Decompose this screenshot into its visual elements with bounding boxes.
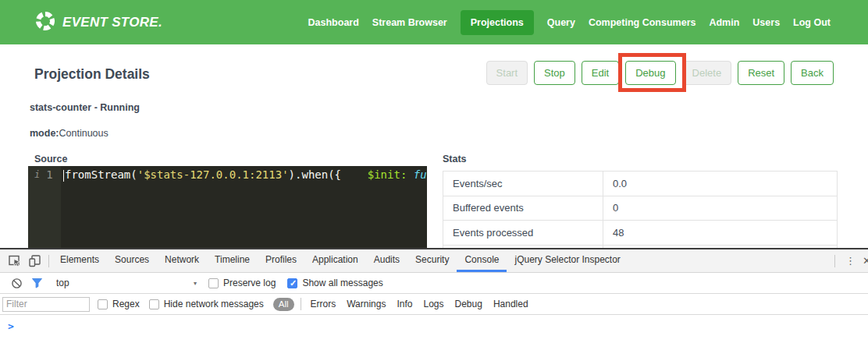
projection-actions: Start Stop Edit Debug Delete Reset Back xyxy=(486,61,834,85)
preserve-log-label[interactable]: Preserve log xyxy=(223,278,276,288)
regex-checkbox[interactable] xyxy=(98,299,108,309)
chevron-down-icon: ▾ xyxy=(194,280,197,287)
execution-context-selector[interactable]: top ▾ xyxy=(56,278,197,288)
show-all-messages-control: Show all messages xyxy=(287,278,382,288)
regex-label[interactable]: Regex xyxy=(112,299,140,309)
eventstore-logo-icon xyxy=(34,10,56,35)
devtools-tabbar: Elements Sources Network Timeline Profil… xyxy=(0,249,868,273)
page-title: Projection Details xyxy=(34,66,150,83)
tab-timeline[interactable]: Timeline xyxy=(207,249,258,272)
hide-network-control: Hide network messages xyxy=(149,299,264,309)
code-init-handler: $init: xyxy=(368,168,407,181)
stat-name: Events/sec xyxy=(443,172,603,196)
nav-item-users[interactable]: Users xyxy=(752,17,780,28)
nav-item-query[interactable]: Query xyxy=(547,17,575,28)
table-row: Events processed 48 xyxy=(443,221,837,246)
text-cursor xyxy=(63,170,64,182)
console-prompt-chevron-icon: > xyxy=(8,320,14,332)
tab-network[interactable]: Network xyxy=(157,249,207,272)
hide-network-messages-checkbox[interactable] xyxy=(149,299,159,309)
tab-elements[interactable]: Elements xyxy=(52,249,107,272)
start-button[interactable]: Start xyxy=(486,61,528,85)
stat-value: 0 xyxy=(603,196,837,221)
regex-control: Regex xyxy=(98,299,140,309)
context-label: top xyxy=(56,278,69,288)
filter-level-all-badge[interactable]: All xyxy=(273,298,294,311)
devtools-tabbar-right: ⋮ ✕ xyxy=(831,249,868,272)
filter-level-logs[interactable]: Logs xyxy=(423,299,443,309)
debug-button-wrapper: Debug xyxy=(625,61,675,85)
tab-audits[interactable]: Audits xyxy=(366,249,407,272)
kebab-menu-icon[interactable]: ⋮ xyxy=(838,255,863,267)
code-call: fromStream( xyxy=(65,168,137,181)
nav-item-dashboard[interactable]: Dashboard xyxy=(308,17,359,28)
delete-button[interactable]: Delete xyxy=(682,61,732,85)
filter-level-info[interactable]: Info xyxy=(397,299,412,309)
tab-console[interactable]: Console xyxy=(457,249,507,272)
stats-table: Events/sec 0.0 Buffered events 0 Events … xyxy=(443,171,838,253)
hide-network-messages-label[interactable]: Hide network messages xyxy=(164,299,264,309)
inspect-element-icon[interactable] xyxy=(5,249,25,272)
devtools-panel: Elements Sources Network Timeline Profil… xyxy=(0,248,868,343)
editor-gutter: i 1 xyxy=(28,166,61,248)
table-row: Events/sec 0.0 xyxy=(443,172,837,196)
top-navbar: EVENT STORE. Dashboard Stream Browser Pr… xyxy=(0,0,868,44)
preserve-log-control: Preserve log xyxy=(208,278,276,288)
tab-profiles[interactable]: Profiles xyxy=(258,249,304,272)
nav-item-admin[interactable]: Admin xyxy=(709,17,739,28)
line-number: 1 xyxy=(46,167,52,248)
filter-funnel-icon[interactable] xyxy=(27,278,47,288)
code-line[interactable]: fromStream('$stats-127.0.0.1:2113').when… xyxy=(61,166,427,248)
divider xyxy=(48,255,49,267)
device-toolbar-icon[interactable] xyxy=(25,249,45,272)
eventstore-logo[interactable]: EVENT STORE. xyxy=(34,10,162,35)
clear-console-icon[interactable] xyxy=(6,278,27,289)
filter-level-warnings[interactable]: Warnings xyxy=(347,299,386,309)
tab-sources[interactable]: Sources xyxy=(107,249,157,272)
stat-name: Buffered events xyxy=(443,196,603,221)
console-filterbar: Regex Hide network messages All Errors W… xyxy=(0,294,868,315)
nav-item-competing-consumers[interactable]: Competing Consumers xyxy=(589,17,696,28)
close-icon[interactable]: ✕ xyxy=(863,255,868,267)
show-all-messages-checkbox[interactable] xyxy=(287,278,297,288)
divider xyxy=(834,255,835,267)
projection-status: stats-counter - Running xyxy=(30,102,140,113)
nav-items: Dashboard Stream Browser Projections Que… xyxy=(308,10,831,35)
table-row: Buffered events 0 xyxy=(443,196,837,221)
nav-item-stream-browser[interactable]: Stream Browser xyxy=(372,17,447,28)
divider xyxy=(301,298,301,310)
preserve-log-checkbox[interactable] xyxy=(208,278,219,288)
stat-value: 0.0 xyxy=(603,172,837,196)
code-keyword-fragment: fu xyxy=(407,168,426,181)
source-heading: Source xyxy=(34,154,67,164)
tab-security[interactable]: Security xyxy=(407,249,457,272)
back-button[interactable]: Back xyxy=(791,61,834,85)
mode-value: Continuous xyxy=(59,128,108,139)
filter-level-debug[interactable]: Debug xyxy=(455,299,482,309)
edit-button[interactable]: Edit xyxy=(582,61,619,85)
stat-value: 48 xyxy=(603,221,837,245)
code-stream-string: '$stats-127.0.0.1:2113' xyxy=(137,168,289,181)
filter-input[interactable] xyxy=(2,297,90,312)
stat-name: Events processed xyxy=(443,221,603,245)
source-code-editor[interactable]: i 1 fromStream('$stats-127.0.0.1:2113').… xyxy=(28,166,427,248)
tab-application[interactable]: Application xyxy=(304,249,366,272)
console-toolbar: top ▾ Preserve log Show all messages xyxy=(0,273,868,294)
tab-jquery-selector-inspector[interactable]: jQuery Selector Inspector xyxy=(507,249,628,272)
stop-button[interactable]: Stop xyxy=(534,61,575,85)
nav-item-projections[interactable]: Projections xyxy=(461,10,534,35)
gutter-info-annotation-icon: i xyxy=(34,167,40,248)
code-chain: ).when({ xyxy=(289,168,368,181)
console-prompt[interactable]: > xyxy=(0,315,868,332)
show-all-messages-label[interactable]: Show all messages xyxy=(302,278,382,288)
stats-heading: Stats xyxy=(443,154,467,164)
filter-level-handled[interactable]: Handled xyxy=(493,299,528,309)
app-window: EVENT STORE. Dashboard Stream Browser Pr… xyxy=(0,0,868,343)
projection-mode: mode:Continuous xyxy=(30,128,108,139)
reset-button[interactable]: Reset xyxy=(738,61,784,85)
nav-item-logout[interactable]: Log Out xyxy=(793,17,831,28)
mode-label: mode: xyxy=(30,128,59,139)
debug-button[interactable]: Debug xyxy=(625,61,675,85)
filter-level-errors[interactable]: Errors xyxy=(311,299,336,309)
logo-text: EVENT STORE. xyxy=(62,15,162,30)
